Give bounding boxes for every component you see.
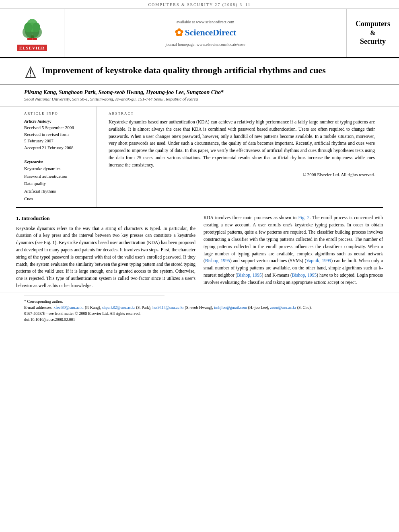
journal-name-ampersand: & xyxy=(356,29,390,37)
section1-heading: 1. Introduction xyxy=(16,214,195,222)
body-content: 1. Introduction Keystroke dynamics refer… xyxy=(0,208,399,292)
accepted-date: Accepted 21 February 2008 xyxy=(24,144,92,151)
article-title: Improvement of keystroke data quality th… xyxy=(42,65,326,76)
intro-paragraph-1: Keystroke dynamics refers to the way tha… xyxy=(16,225,195,290)
email-hwang[interactable]: hss9414@snu.ac.kr xyxy=(152,305,184,310)
revised-label: Received in revised form xyxy=(24,131,92,138)
email-park[interactable]: shpark82@snu.ac.kr xyxy=(102,305,135,310)
article-type-icon xyxy=(24,66,37,81)
keyword-4: Artificial rhythms xyxy=(24,187,92,195)
abstract-text: Keystroke dynamics based user authentica… xyxy=(109,119,375,169)
email-kang[interactable]: xfeel80@snu.ac.kr xyxy=(53,305,84,310)
email-addresses: E-mail addresses: xfeel80@snu.ac.kr (P. … xyxy=(24,304,375,310)
available-text: available at www.sciencedirect.com xyxy=(177,20,234,24)
received-date: Received 5 September 2006 xyxy=(24,124,92,131)
journal-name-line1: Computers xyxy=(356,19,390,29)
history-label: Article history: xyxy=(24,119,92,123)
article-info-heading: ARTICLE INFO xyxy=(24,111,92,115)
bishop1995-link1[interactable]: Bishop, 1995 xyxy=(205,258,230,263)
revised-date: 5 February 2007 xyxy=(24,138,92,144)
article-title-section: Improvement of keystroke data quality th… xyxy=(0,58,399,84)
elsevier-label: ELSEVIER xyxy=(17,45,47,51)
bishop1995-link2[interactable]: Bishop, 1995 xyxy=(237,273,262,277)
body-col-left: 1. Introduction Keystroke dynamics refer… xyxy=(16,214,195,292)
journal-reference-text: COMPUTERS & SECURITY 27 (2008) 3–11 xyxy=(148,2,251,7)
intro-paragraph-2: KDA involves three main processes as sho… xyxy=(204,214,383,286)
footnote-section: * Corresponding author. E-mail addresses… xyxy=(0,292,399,326)
sciencedirect-logo[interactable]: ✿ ScienceDirect xyxy=(175,27,237,39)
elsevier-tree-icon xyxy=(16,15,48,41)
section1-number: 1. xyxy=(16,215,20,221)
abstract-column: ABSTRACT Keystroke dynamics based user a… xyxy=(105,107,383,207)
body-col-right: KDA involves three main processes as sho… xyxy=(204,214,383,292)
corresponding-author-note: * Corresponding author. xyxy=(24,298,375,304)
email-cho[interactable]: zoon@snu.ac.kr xyxy=(270,305,296,310)
authors-list: Pilsung Kang, Sunghoon Park, Seong-seob … xyxy=(24,89,375,96)
fig2-link[interactable]: Fig. 2 xyxy=(298,215,309,220)
journal-name-section: Computers & Security xyxy=(347,9,399,57)
section1-title: Introduction xyxy=(21,215,50,221)
article-info-abstract: ARTICLE INFO Article history: Received 5… xyxy=(0,106,399,207)
elsevier-logo-section: ELSEVIER xyxy=(0,9,64,57)
vapnik1999-link[interactable]: Vapnik, 1999 xyxy=(306,258,331,263)
issn-notice: 0167-4048/$ – see front matter © 2008 El… xyxy=(24,310,375,316)
elsevier-logo: ELSEVIER xyxy=(3,15,61,51)
sciencedirect-label: ScienceDirect xyxy=(185,27,237,38)
keyword-1: Keystroke dynamics xyxy=(24,165,92,173)
email-lee[interactable]: imhjlee@gmail.com xyxy=(214,305,247,310)
journal-name: Computers & Security xyxy=(356,19,390,47)
keywords-label: Keywords: xyxy=(24,159,92,164)
article-info-column: ARTICLE INFO Article history: Received 5… xyxy=(16,107,97,207)
keyword-5: Cues xyxy=(24,195,92,203)
journal-name-line2: Security xyxy=(356,37,390,46)
svg-point-11 xyxy=(30,76,31,77)
journal-homepage-text: journal homepage: www.elsevier.com/locat… xyxy=(165,42,245,47)
sd-flower-icon: ✿ xyxy=(175,27,183,39)
bishop1995-link3[interactable]: Bishop, 1995 xyxy=(292,273,317,277)
keyword-2: Password authentication xyxy=(24,173,92,180)
journal-reference-bar: COMPUTERS & SECURITY 27 (2008) 3–11 xyxy=(0,0,399,9)
keyword-3: Data quality xyxy=(24,180,92,187)
copyright-notice: © 2008 Elsevier Ltd. All rights reserved… xyxy=(109,172,375,177)
svg-point-6 xyxy=(32,23,40,32)
journal-header: ELSEVIER available at www.sciencedirect.… xyxy=(0,9,399,58)
affiliation: Seoul National University, San 56-1, Shi… xyxy=(24,97,375,101)
sciencedirect-section: available at www.sciencedirect.com ✿ Sci… xyxy=(64,9,347,57)
doi-notice: doi:10.1016/j.cose.2008.02.001 xyxy=(24,316,375,322)
authors-section: Pilsung Kang, Sunghoon Park, Seong-seob … xyxy=(0,84,399,103)
svg-point-5 xyxy=(24,23,32,32)
abstract-heading: ABSTRACT xyxy=(109,111,375,115)
